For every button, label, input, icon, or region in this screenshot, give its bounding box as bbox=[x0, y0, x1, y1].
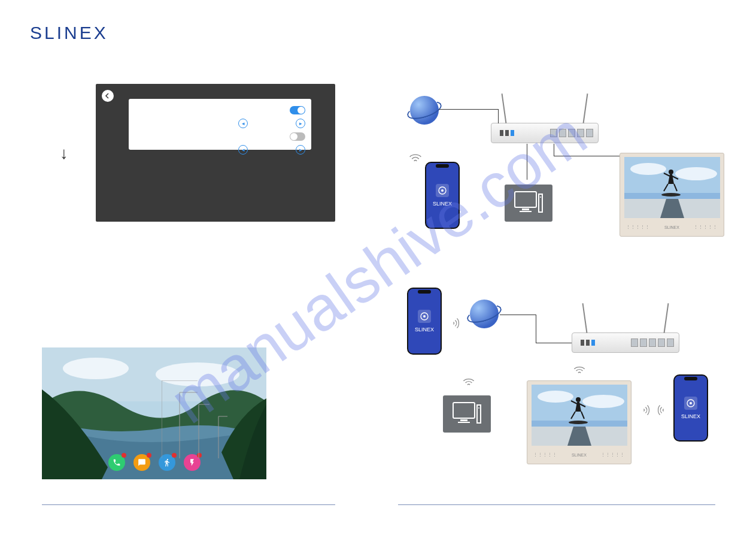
computer-icon bbox=[443, 395, 491, 433]
notification-dot-icon bbox=[172, 453, 177, 458]
arrow-down-icon: ↓ bbox=[60, 144, 68, 163]
network-diagram-wired: SLINEX bbox=[398, 90, 733, 258]
svg-point-24 bbox=[478, 407, 479, 409]
wifi-icon bbox=[407, 150, 424, 170]
brand-logo: SLINEX bbox=[30, 23, 108, 43]
phone-icon: SLINEX bbox=[425, 162, 460, 229]
svg-rect-22 bbox=[458, 422, 470, 423]
wifi-icon bbox=[461, 374, 476, 393]
arrow-left-icon: ◂ bbox=[238, 119, 248, 128]
svg-rect-8 bbox=[520, 211, 532, 212]
svg-point-3 bbox=[156, 362, 239, 386]
globe-icon bbox=[470, 300, 499, 328]
svg-point-17 bbox=[661, 193, 681, 197]
settings-row-2: ◂ ▸ bbox=[135, 117, 305, 130]
speaker-dots-icon: ⋮⋮⋮⋮⋮ bbox=[694, 225, 718, 229]
speaker-dots-icon: ⋮⋮⋮⋮⋮ bbox=[601, 452, 625, 457]
svg-point-13 bbox=[630, 163, 666, 175]
monitor-brand-label: SLINEX bbox=[572, 453, 587, 457]
svg-point-10 bbox=[540, 197, 541, 198]
notification-dot-icon bbox=[197, 453, 202, 458]
settings-row-1 bbox=[135, 104, 305, 117]
svg-rect-6 bbox=[515, 192, 536, 207]
footer-divider bbox=[42, 504, 335, 505]
svg-point-5 bbox=[441, 189, 444, 192]
wifi-icon bbox=[572, 362, 587, 381]
intercom-monitor-icon: ⋮⋮⋮⋮⋮ SLINEX ⋮⋮⋮⋮⋮ bbox=[527, 380, 631, 464]
intercom-monitor-icon: ⋮⋮⋮⋮⋮ SLINEX ⋮⋮⋮⋮⋮ bbox=[620, 153, 724, 237]
person-icon bbox=[159, 454, 175, 471]
wifi-icon bbox=[446, 316, 463, 331]
globe-icon bbox=[410, 96, 439, 125]
call-icon bbox=[108, 454, 125, 471]
svg-point-27 bbox=[538, 391, 573, 403]
arrow-right-icon: ▸ bbox=[296, 145, 305, 155]
svg-rect-20 bbox=[453, 403, 475, 418]
computer-icon bbox=[505, 185, 552, 222]
app-icon bbox=[436, 184, 449, 197]
settings-row-3 bbox=[135, 130, 305, 143]
phone-app-label: SLINEX bbox=[415, 327, 434, 333]
notification-dot-icon bbox=[147, 453, 151, 458]
speaker-dots-icon: ⋮⋮⋮⋮⋮ bbox=[533, 452, 557, 457]
phone-icon: SLINEX bbox=[673, 374, 708, 442]
arrow-right-icon: ▸ bbox=[296, 119, 305, 128]
arrow-left-icon: ◂ bbox=[238, 145, 248, 155]
svg-point-31 bbox=[569, 421, 588, 424]
phone-app-label: SLINEX bbox=[681, 413, 700, 419]
wifi-icon bbox=[654, 403, 672, 418]
settings-screenshot: ◂ ▸ ◂ ▸ bbox=[96, 84, 335, 222]
svg-point-14 bbox=[675, 167, 717, 180]
toggle-off-icon bbox=[290, 132, 305, 141]
monitor-brand-label: SLINEX bbox=[664, 225, 679, 229]
svg-point-28 bbox=[582, 395, 624, 408]
svg-point-2 bbox=[63, 358, 129, 379]
svg-point-19 bbox=[423, 315, 426, 318]
settings-list: ◂ ▸ ◂ ▸ bbox=[129, 99, 311, 150]
svg-point-16 bbox=[669, 170, 673, 174]
phone-icon: SLINEX bbox=[407, 288, 442, 355]
home-screenshot bbox=[42, 347, 266, 479]
svg-rect-21 bbox=[460, 419, 467, 421]
footer-divider bbox=[398, 504, 715, 505]
app-icon bbox=[418, 310, 431, 323]
svg-point-30 bbox=[576, 397, 581, 402]
home-icon-row bbox=[108, 454, 201, 471]
svg-rect-7 bbox=[522, 208, 529, 210]
svg-point-33 bbox=[690, 402, 692, 404]
back-icon bbox=[102, 90, 114, 102]
network-diagram-wireless: SLINEX bbox=[398, 294, 733, 461]
message-icon bbox=[133, 454, 150, 471]
wifi-icon bbox=[636, 403, 654, 418]
router-icon bbox=[491, 123, 599, 143]
notification-dot-icon bbox=[122, 453, 126, 458]
router-icon bbox=[572, 333, 679, 353]
phone-app-label: SLINEX bbox=[433, 201, 452, 207]
app-icon bbox=[684, 397, 697, 410]
bolt-icon bbox=[184, 454, 201, 471]
settings-row-4: ◂ ▸ bbox=[135, 143, 305, 156]
right-column: SLINEX bbox=[398, 90, 733, 497]
toggle-on-icon bbox=[290, 106, 305, 114]
speaker-dots-icon: ⋮⋮⋮⋮⋮ bbox=[626, 225, 650, 229]
